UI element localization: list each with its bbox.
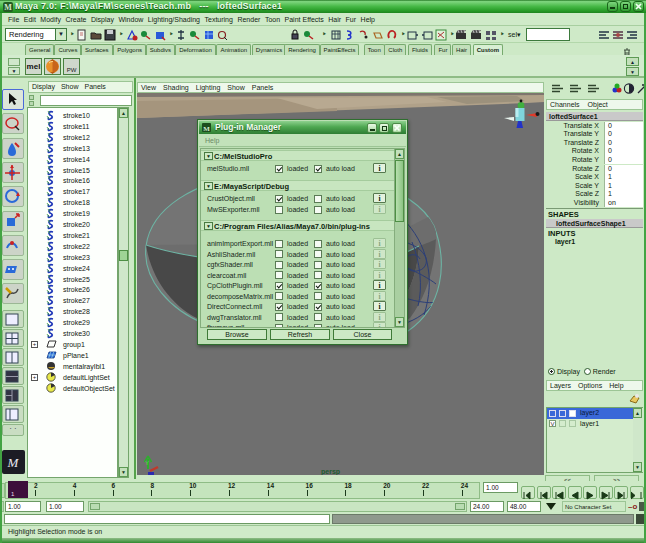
svg-text:M: M [7, 455, 20, 470]
svg-text:persp: persp [321, 468, 340, 475]
svg-text:M: M [4, 3, 12, 12]
svg-text:M: M [203, 125, 210, 133]
svg-text:Y: Y [145, 460, 149, 466]
